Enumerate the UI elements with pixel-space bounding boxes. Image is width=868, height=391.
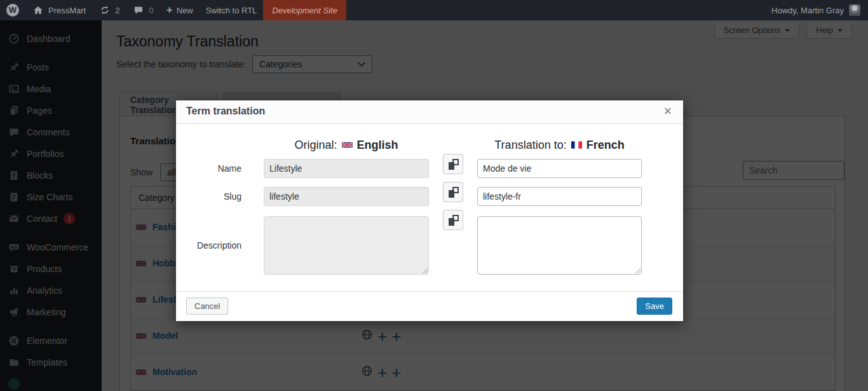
comment-count: 0 xyxy=(149,6,153,15)
wordpress-menu[interactable]: W xyxy=(0,0,25,20)
modal-footer: Cancel Save xyxy=(176,291,683,321)
close-icon[interactable]: × xyxy=(659,102,677,120)
howdy-label[interactable]: Howdy, Martin Gray xyxy=(771,6,844,15)
copy-button[interactable] xyxy=(443,210,463,230)
translation-language: French xyxy=(587,139,625,152)
wordpress-logo-icon: W xyxy=(6,4,19,17)
site-name-link[interactable]: PressMart xyxy=(25,0,92,20)
original-name-field xyxy=(264,159,429,178)
modal-header: Term translation × xyxy=(176,100,683,124)
original-column-header: Original: English xyxy=(264,135,429,154)
name-label: Name xyxy=(176,159,241,178)
copy-icon xyxy=(449,159,459,170)
wordpress-admin-screen: W PressMart 2 0 xyxy=(0,0,868,391)
original-label: Original: xyxy=(294,139,337,152)
cancel-button[interactable]: Cancel xyxy=(186,298,228,315)
updates-icon xyxy=(98,4,111,17)
original-slug-field xyxy=(264,187,429,206)
updates-button[interactable]: 2 xyxy=(92,0,126,20)
copy-icon xyxy=(449,187,459,198)
site-name-label: PressMart xyxy=(48,6,86,15)
new-label: New xyxy=(177,6,193,15)
comments-button[interactable]: 0 xyxy=(126,0,159,20)
translation-slug-field[interactable] xyxy=(477,187,642,206)
update-count: 2 xyxy=(115,6,119,15)
description-label: Description xyxy=(176,216,241,275)
new-content-button[interactable]: + New xyxy=(160,0,200,20)
copy-icon xyxy=(449,215,459,226)
rtl-label: Switch to RTL xyxy=(206,6,257,15)
term-translation-modal: Term translation × Original: English Tra… xyxy=(176,100,683,321)
home-icon xyxy=(32,4,44,17)
original-description-field xyxy=(264,216,429,275)
translation-column-header: Translation to: French xyxy=(477,135,642,154)
translation-label: Translation to: xyxy=(494,139,566,152)
admin-bar: W PressMart 2 0 xyxy=(0,0,868,20)
slug-label: Slug xyxy=(176,187,241,206)
copy-button[interactable] xyxy=(443,154,463,174)
copy-button[interactable] xyxy=(443,182,463,202)
translation-name-field[interactable] xyxy=(477,159,642,178)
modal-title: Term translation xyxy=(186,106,265,117)
switch-rtl-button[interactable]: Switch to RTL xyxy=(200,0,264,20)
original-language: English xyxy=(357,139,398,152)
comments-icon xyxy=(132,4,145,17)
translation-description-field[interactable] xyxy=(477,216,642,275)
environment-badge: Development Site xyxy=(263,0,346,20)
plus-icon: + xyxy=(166,4,173,17)
fr-flag-icon xyxy=(571,141,582,149)
uk-flag-icon xyxy=(342,141,353,149)
save-button[interactable]: Save xyxy=(637,298,672,315)
user-avatar[interactable] xyxy=(849,4,860,16)
